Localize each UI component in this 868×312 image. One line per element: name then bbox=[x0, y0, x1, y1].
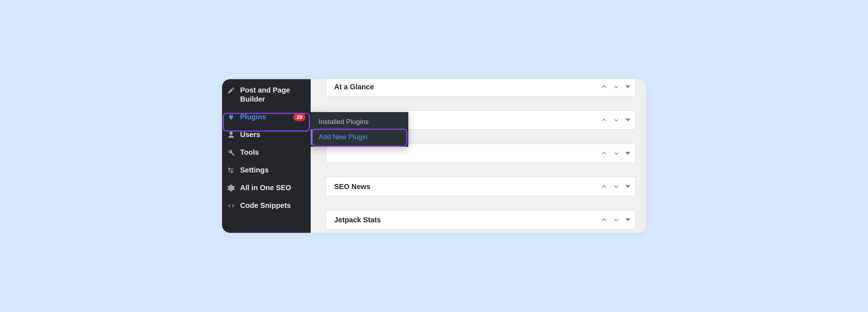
sidebar-item-post-page-builder[interactable]: Post and Page Builder bbox=[222, 81, 311, 108]
move-down-icon[interactable] bbox=[613, 84, 620, 90]
sidebar-item-label: Post and Page Builder bbox=[240, 86, 306, 104]
sidebar-item-plugins[interactable]: Plugins 29 bbox=[222, 108, 311, 126]
widget-title: At a Glance bbox=[334, 83, 601, 91]
move-up-icon[interactable] bbox=[601, 117, 607, 123]
collapse-toggle-icon[interactable] bbox=[625, 85, 630, 88]
move-up-icon[interactable] bbox=[601, 183, 607, 190]
plug-icon bbox=[227, 113, 235, 121]
app-frame: Post and Page Builder Plugins 29 Users T… bbox=[222, 79, 646, 233]
sliders-icon bbox=[227, 166, 235, 174]
sidebar-item-label: Users bbox=[240, 130, 306, 139]
pencil-icon bbox=[227, 86, 235, 94]
collapse-toggle-icon[interactable] bbox=[625, 218, 630, 221]
sidebar-item-code-snippets[interactable]: Code Snippets bbox=[222, 197, 311, 214]
sidebar-item-label: All in One SEO bbox=[240, 183, 306, 192]
submenu-installed-plugins[interactable]: Installed Plugins bbox=[311, 114, 408, 129]
move-down-icon[interactable] bbox=[613, 217, 620, 223]
sidebar-item-users[interactable]: Users bbox=[222, 126, 311, 144]
move-up-icon[interactable] bbox=[601, 150, 607, 157]
sidebar-item-label: Plugins bbox=[240, 112, 287, 121]
move-down-icon[interactable] bbox=[613, 183, 620, 190]
sidebar-item-settings[interactable]: Settings bbox=[222, 161, 311, 179]
collapse-toggle-icon[interactable] bbox=[625, 119, 630, 121]
widget-title: Jetpack Stats bbox=[334, 216, 601, 224]
widget-controls bbox=[601, 84, 630, 90]
submenu-add-new-plugin[interactable]: Add New Plugin bbox=[311, 129, 408, 145]
widget-controls bbox=[601, 183, 630, 190]
collapse-toggle-icon[interactable] bbox=[625, 152, 630, 155]
widget-title: SEO News bbox=[334, 183, 601, 191]
widget-controls bbox=[601, 217, 630, 223]
move-up-icon[interactable] bbox=[601, 217, 607, 223]
widget-at-a-glance: At a Glance bbox=[326, 79, 636, 97]
plugins-update-badge: 29 bbox=[293, 113, 306, 121]
admin-sidebar: Post and Page Builder Plugins 29 Users T… bbox=[222, 79, 311, 233]
widget-controls bbox=[601, 117, 630, 123]
collapse-toggle-icon[interactable] bbox=[625, 185, 630, 188]
move-down-icon[interactable] bbox=[613, 150, 620, 157]
user-icon bbox=[227, 131, 235, 139]
widget-jetpack-stats: Jetpack Stats bbox=[326, 210, 636, 230]
sidebar-item-tools[interactable]: Tools bbox=[222, 144, 311, 161]
sidebar-item-label: Code Snippets bbox=[240, 201, 306, 210]
plugins-submenu: Installed Plugins Add New Plugin bbox=[311, 112, 408, 147]
sidebar-item-aioseo[interactable]: All in One SEO bbox=[222, 179, 311, 197]
dashboard-content: At a Glance SEO News bbox=[311, 79, 646, 233]
sidebar-item-label: Settings bbox=[240, 166, 306, 175]
move-down-icon[interactable] bbox=[613, 117, 620, 123]
widget-seo-news: SEO News bbox=[326, 177, 636, 196]
widget-controls bbox=[601, 150, 630, 157]
move-up-icon[interactable] bbox=[601, 84, 607, 90]
gear-icon bbox=[227, 184, 235, 192]
wrench-icon bbox=[227, 149, 235, 157]
code-icon bbox=[227, 202, 235, 210]
sidebar-item-label: Tools bbox=[240, 148, 306, 157]
